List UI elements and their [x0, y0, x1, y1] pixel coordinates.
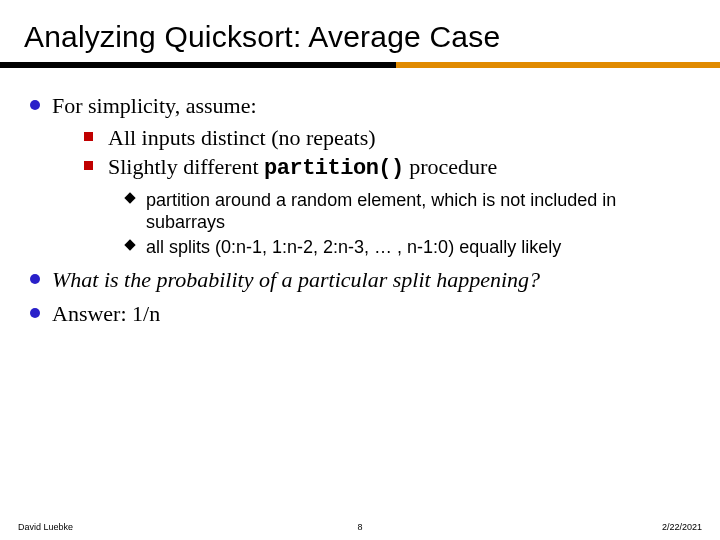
bullet-level3: all splits (0:n-1, 1:n-2, 2:n-3, … , n-1… [126, 236, 690, 259]
bullet-level2: Slightly different partition() procedure [84, 153, 690, 183]
slide-body: For simplicity, assume: All inputs disti… [0, 68, 720, 327]
circle-bullet-icon [30, 92, 48, 120]
text-span: Slightly different [108, 154, 264, 179]
text-span: procedure [404, 154, 497, 179]
diamond-bullet-icon [126, 236, 142, 259]
bullet-level1: For simplicity, assume: [30, 92, 690, 120]
circle-bullet-icon [30, 266, 48, 294]
bullet-text: All inputs distinct (no repeats) [102, 124, 690, 152]
footer: David Luebke 8 2/22/2021 [0, 522, 720, 532]
circle-bullet-icon [30, 300, 48, 328]
bullet-text: Answer: 1/n [48, 300, 690, 328]
bullet-level1: Answer: 1/n [30, 300, 690, 328]
bullet-text: partition around a random element, which… [142, 189, 690, 234]
footer-author: David Luebke [18, 522, 73, 532]
bullet-text: Slightly different partition() procedure [102, 153, 690, 183]
bullet-text: all splits (0:n-1, 1:n-2, 2:n-3, … , n-1… [142, 236, 690, 259]
square-bullet-icon [84, 153, 102, 183]
square-bullet-icon [84, 124, 102, 152]
footer-page: 8 [357, 522, 362, 532]
bullet-level1: What is the probability of a particular … [30, 266, 690, 294]
bullet-text: What is the probability of a particular … [48, 266, 690, 294]
divider [0, 62, 720, 68]
bullet-level3: partition around a random element, which… [126, 189, 690, 234]
diamond-bullet-icon [126, 189, 142, 234]
bullet-level2: All inputs distinct (no repeats) [84, 124, 690, 152]
footer-date: 2/22/2021 [662, 522, 702, 532]
slide-title: Analyzing Quicksort: Average Case [24, 20, 696, 54]
code-span: partition() [264, 156, 404, 181]
bullet-text: For simplicity, assume: [48, 92, 690, 120]
